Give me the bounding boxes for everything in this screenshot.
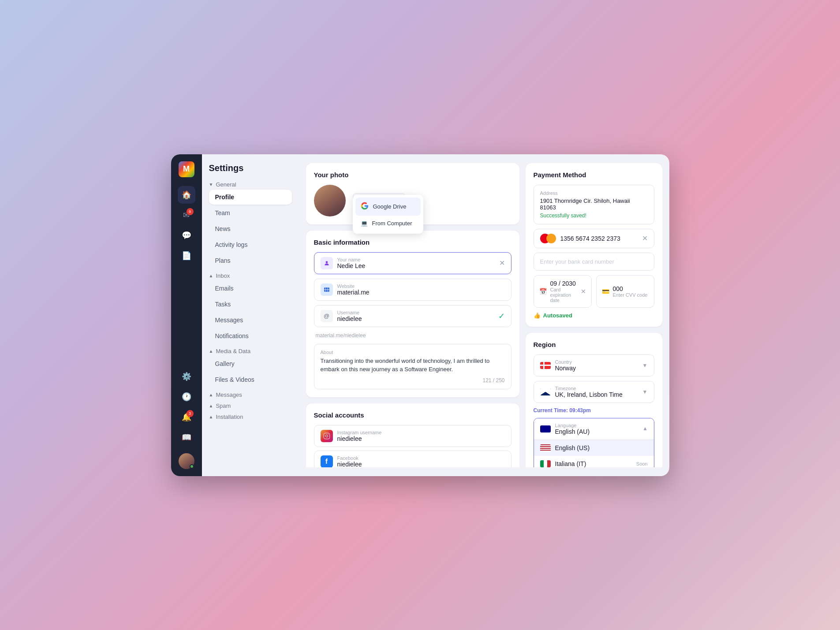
nav-section-spam-header[interactable]: ▲ Spam: [209, 403, 292, 409]
nav-item-files[interactable]: Files & Videos: [209, 372, 292, 387]
expiry-clear-button[interactable]: ✕: [581, 288, 586, 295]
nav-section-messages-header[interactable]: ▲ Messages: [209, 391, 292, 398]
country-chevron-icon: ▼: [642, 362, 648, 369]
nav-item-gallery[interactable]: Gallery: [209, 356, 292, 371]
page-title: Settings: [209, 163, 292, 173]
language-value: English (AU): [555, 428, 590, 435]
instagram-value: niedielee: [337, 435, 505, 442]
username-url: material.me/niedielee: [314, 332, 511, 339]
media-label: Media & Data: [216, 348, 250, 354]
card-number-row[interactable]: 1356 5674 2352 2373 ✕: [534, 229, 654, 248]
nav-item-emails[interactable]: Emails: [209, 281, 292, 296]
nav-item-news[interactable]: News: [209, 221, 292, 236]
expiry-label: Card expiration date: [550, 287, 577, 303]
svg-point-4: [328, 434, 329, 434]
instagram-field[interactable]: Instagram username niedielee: [314, 425, 511, 447]
timezone-content: Timezone UK, Ireland, Lisbon Time: [555, 386, 623, 398]
general-chevron-icon: ▼: [209, 182, 213, 187]
sidebar-icon-chat[interactable]: 💬: [178, 227, 195, 244]
nav-item-team[interactable]: Team: [209, 205, 292, 220]
profile-photo-inner: [314, 185, 346, 216]
nav-section-general-header[interactable]: ▼ General: [209, 181, 292, 188]
instagram-icon: [321, 430, 333, 442]
about-count: 121 / 250: [321, 377, 505, 384]
timezone-label: Timezone: [555, 386, 623, 391]
nav-section-installation-header[interactable]: ▲ Installation: [209, 414, 292, 420]
msg-chevron-icon: ▲: [209, 392, 213, 397]
country-label: Country: [555, 359, 576, 365]
sidebar-icon-mail[interactable]: ✉ 9: [178, 206, 195, 224]
language-header[interactable]: Language English (AU) ▼: [534, 418, 654, 440]
website-value: material.me: [337, 289, 505, 296]
basic-info-card: Basic information Your name Nedie Lee: [306, 231, 519, 397]
country-value: Norway: [555, 365, 576, 372]
from-computer-option[interactable]: 💻 From Computer: [355, 216, 421, 231]
language-option-it[interactable]: Italiana (IT) Soon: [534, 456, 654, 467]
calendar-icon: 📅: [539, 288, 547, 295]
country-select[interactable]: Country Norway ▼: [534, 354, 654, 377]
sidebar-icon-document[interactable]: 📄: [178, 247, 195, 265]
uk-flag: [540, 388, 551, 395]
nav-item-plans[interactable]: Plans: [209, 253, 292, 268]
facebook-content: Facebook niedielee: [337, 455, 505, 467]
username-field[interactable]: @ Username niedielee ✓: [314, 305, 511, 327]
address-value: 1901 Thornridge Cir. Shiloh, Hawaii 8106…: [540, 198, 648, 211]
it-label: Italiana (IT): [555, 460, 586, 467]
nav-section-spam: ▲ Spam: [209, 403, 292, 409]
it-flag: [540, 460, 551, 467]
google-drive-option[interactable]: Google Drive: [355, 198, 421, 216]
sidebar-icon-settings[interactable]: ⚙️: [178, 368, 195, 385]
bell-badge: 3: [187, 410, 194, 417]
about-field[interactable]: About Transitioning into the wonderful w…: [314, 344, 511, 389]
bank-input[interactable]: Enter your bank card number: [534, 253, 654, 271]
nav-item-profile[interactable]: Profile: [209, 190, 292, 205]
website-field[interactable]: Website material.me: [314, 279, 511, 301]
sidebar-icon-clock[interactable]: 🕐: [178, 388, 195, 406]
basic-info-title: Basic information: [314, 239, 511, 246]
timezone-select[interactable]: Timezone UK, Ireland, Lisbon Time ▼: [534, 381, 654, 403]
region-card: Region Country Norway ▼ Timezone UK, Ire…: [526, 333, 662, 467]
website-icon: [321, 283, 333, 296]
language-option-en-us[interactable]: English (US): [534, 440, 654, 456]
nav-section-media-header[interactable]: ▲ Media & Data: [209, 348, 292, 354]
sidebar-icon-home[interactable]: 🏠: [178, 186, 195, 204]
name-icon: [321, 257, 333, 269]
nav-item-tasks[interactable]: Tasks: [209, 297, 292, 312]
app-logo[interactable]: M: [179, 161, 194, 177]
cvv-field[interactable]: 💳 000 Enter CVV code: [596, 275, 654, 308]
nav-item-activity-logs[interactable]: Activity logs: [209, 237, 292, 252]
soon-badge: Soon: [636, 461, 648, 466]
about-text: Transitioning into the wonderful world o…: [321, 357, 505, 374]
current-time-value: 09:43pm: [569, 407, 591, 414]
instagram-content: Instagram username niedielee: [337, 430, 505, 442]
sidebar-icon-bell[interactable]: 🔔 3: [178, 408, 195, 426]
instagram-label: Instagram username: [337, 430, 505, 435]
nav-section-general: ▼ General Profile Team News Activity log…: [209, 181, 292, 268]
upload-dropdown: Google Drive 💻 From Computer: [353, 195, 423, 234]
website-label: Website: [337, 283, 505, 289]
basic-info-fields: Your name Nedie Lee ✕: [314, 252, 511, 389]
media-chevron-icon: ▲: [209, 349, 213, 354]
en-us-label: English (US): [555, 444, 590, 451]
current-time: Current Time: 09:43pm: [534, 407, 654, 414]
autosaved-row: 👍 Autosaved: [534, 312, 654, 319]
right-panel: Payment Method Address 1901 Thornridge C…: [526, 163, 662, 467]
card-remove-button[interactable]: ✕: [642, 234, 648, 242]
nav-item-messages[interactable]: Messages: [209, 313, 292, 328]
address-section[interactable]: Address 1901 Thornridge Cir. Shiloh, Haw…: [534, 185, 654, 224]
expiry-field[interactable]: 📅 09 / 2030 Card expiration date ✕: [534, 275, 592, 308]
nav-item-notifications[interactable]: Notifications: [209, 328, 292, 343]
name-field[interactable]: Your name Nedie Lee ✕: [314, 252, 511, 274]
username-check-icon: ✓: [498, 311, 505, 321]
facebook-field[interactable]: f Facebook niedielee: [314, 451, 511, 467]
cvv-label: Enter CVV code: [613, 292, 649, 298]
sidebar-icon-book[interactable]: 📖: [178, 429, 195, 446]
nav-section-messages: ▲ Messages: [209, 391, 292, 398]
social-card: Social accounts Instagram username niedi…: [306, 403, 519, 467]
country-content: Country Norway: [555, 359, 576, 372]
name-clear-button[interactable]: ✕: [499, 259, 505, 267]
installation-label: Installation: [216, 414, 243, 420]
us-flag: [540, 444, 551, 451]
nav-section-inbox-header[interactable]: ▲ Inbox: [209, 272, 292, 279]
google-drive-label: Google Drive: [373, 203, 407, 210]
